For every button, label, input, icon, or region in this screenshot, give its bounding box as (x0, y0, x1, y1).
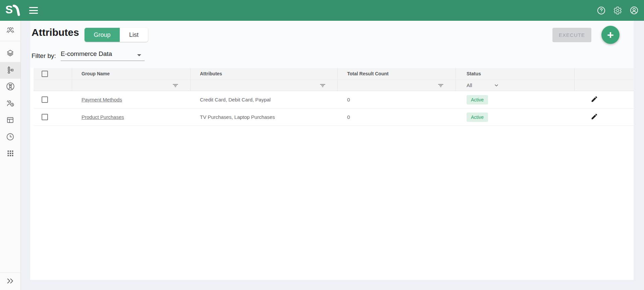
settings-gear-icon[interactable] (613, 6, 622, 15)
filter-by-label: Filter by: (32, 52, 56, 60)
logo-swoosh-icon (13, 5, 20, 17)
row-cell-attributes: Credit Card, Debit Card, Paypal (191, 91, 338, 108)
layers-icon (6, 49, 15, 59)
sidebar-item-layers[interactable] (0, 45, 20, 62)
attributes-flow-icon (6, 65, 15, 76)
header-cell-actions (575, 68, 634, 80)
history-clock-icon (6, 132, 15, 143)
status-badge: Active (467, 113, 488, 122)
profiles-clock-icon (6, 98, 15, 109)
filter-cell-actions (575, 80, 634, 91)
logo-letter: S (5, 4, 12, 16)
sidebar-divider (0, 41, 20, 41)
row-checkbox[interactable] (42, 114, 48, 120)
sidebar-expand-control[interactable] (0, 273, 20, 290)
pencil-icon (591, 113, 598, 121)
app-logo[interactable]: S (5, 4, 20, 17)
row-cell-actions (575, 91, 634, 108)
filter-cell-status: All (456, 80, 575, 91)
filter-cell-attributes (191, 80, 338, 91)
toggle-list-button[interactable]: List (120, 28, 148, 42)
row-cell-actions (575, 108, 634, 126)
filter-by-value: E-commerce Data (61, 50, 112, 58)
add-button[interactable]: + (601, 26, 620, 44)
persona-circle-icon (6, 82, 15, 92)
table-row: Payment Methods Credit Card, Debit Card,… (34, 91, 634, 108)
header-cell-status[interactable]: Status (456, 68, 575, 80)
double-chevron-right-icon (5, 276, 15, 287)
filter-cell-select (34, 80, 72, 91)
sidebar-item-history[interactable] (0, 129, 20, 146)
sidebar-item-attributes[interactable] (0, 62, 20, 79)
row-cell-attributes: TV Purchases, Laptop Purchases (191, 108, 338, 126)
row-cell-select (34, 91, 72, 108)
sidebar-item-profiles[interactable] (0, 95, 20, 112)
account-icon[interactable] (630, 6, 639, 15)
table-header-row: Group Name Attributes Total Result Count… (34, 68, 634, 80)
group-name-link[interactable]: Payment Methods (82, 97, 122, 102)
row-cell-select (34, 108, 72, 126)
dashboard-table-icon (6, 116, 15, 126)
row-cell-total-result-count: 0 (338, 91, 456, 108)
header-cell-total-result-count[interactable]: Total Result Count (338, 68, 456, 80)
status-filter-value: All (467, 82, 472, 88)
dropdown-arrow-icon (137, 54, 141, 56)
toggle-group-button[interactable]: Group (85, 28, 120, 42)
view-toggle: Group List (85, 28, 148, 42)
audience-people-icon (6, 25, 15, 36)
row-cell-status: Active (456, 108, 575, 126)
status-badge: Active (467, 95, 488, 104)
header-cell-select (34, 68, 72, 80)
chevron-down-icon (494, 83, 499, 88)
main-content: Attributes Group List EXECUTE + Filter b… (30, 21, 634, 280)
execute-button[interactable]: EXECUTE (552, 28, 591, 42)
edit-button[interactable] (591, 95, 598, 104)
filter-list-icon[interactable] (172, 82, 179, 88)
sidebar (0, 21, 21, 290)
table-row: Product Purchases TV Purchases, Laptop P… (34, 108, 634, 126)
sidebar-item-dashboard[interactable] (0, 112, 20, 129)
filter-cell-group-name (72, 80, 191, 91)
table-filter-row: All (34, 80, 634, 91)
row-cell-status: Active (456, 91, 575, 108)
group-name-link[interactable]: Product Purchases (82, 114, 124, 120)
row-cell-group-name: Payment Methods (72, 91, 191, 108)
sidebar-item-audience[interactable] (0, 21, 20, 41)
pencil-icon (591, 95, 598, 104)
header-cell-attributes[interactable]: Attributes (191, 68, 338, 80)
row-checkbox[interactable] (42, 96, 48, 103)
header-cell-group-name[interactable]: Group Name (72, 68, 191, 80)
apps-grid-icon (6, 149, 14, 159)
filter-list-icon[interactable] (319, 82, 326, 88)
sidebar-item-persona[interactable] (0, 79, 20, 95)
sidebar-item-apps[interactable] (0, 146, 20, 162)
menu-hamburger-icon[interactable] (29, 7, 38, 14)
help-icon[interactable] (597, 6, 606, 15)
row-cell-group-name: Product Purchases (72, 108, 191, 126)
filter-by-select[interactable]: E-commerce Data (61, 50, 145, 61)
select-all-checkbox[interactable] (42, 71, 48, 77)
edit-button[interactable] (591, 113, 598, 121)
attributes-table: Group Name Attributes Total Result Count… (34, 68, 634, 126)
status-filter-select[interactable]: All (467, 82, 574, 88)
topbar: S (0, 0, 644, 21)
filter-list-icon[interactable] (437, 82, 444, 88)
row-cell-total-result-count: 0 (338, 108, 456, 126)
filter-cell-total-result-count (338, 80, 456, 91)
page-title: Attributes (32, 27, 79, 38)
